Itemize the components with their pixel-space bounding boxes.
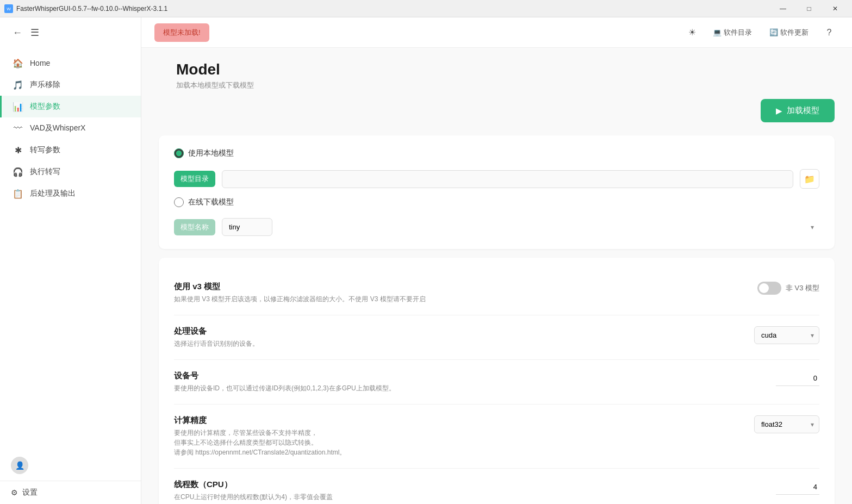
cpu-threads-title: 线程数（CPU） [174,480,754,490]
output-icon: 📋 [13,188,23,199]
model-dir-row: 模型目录 📁 [174,169,819,189]
v3-model-toggle[interactable] [757,282,781,295]
sidebar-settings-label: 设置 [22,488,38,497]
local-model-radio[interactable] [174,148,184,158]
local-model-label[interactable]: 使用本地模型 [188,148,234,158]
model-source-card: 使用本地模型 模型目录 📁 在线下载模型 [159,135,835,249]
device-id-param-row: 设备号 要使用的设备ID，也可以通过传递ID列表(例如0,1,2,3)在多GPU… [174,360,819,405]
model-dir-input[interactable] [222,170,793,188]
folder-icon: 📁 [804,174,815,184]
close-button[interactable]: ✕ [823,0,848,17]
model-dir-label: 模型目录 [174,171,215,187]
sidebar-item-label: 执行转写 [30,167,60,177]
device-desc: 选择运行语音识别别的设备。 [174,339,732,349]
sidebar-item-label: 声乐移除 [30,80,60,90]
device-id-title: 设备号 [174,371,754,381]
sidebar-item-transcribe-params[interactable]: ✱ 转写参数 [0,139,141,161]
device-info: 处理设备 选择运行语音识别别的设备。 [174,326,754,349]
v3-model-info: 使用 v3 模型 如果使用 V3 模型开启该选项，以修正梅尔滤波器组的大小。不使… [174,282,757,304]
model-status-button[interactable]: 模型未加载! [154,23,209,42]
page-subtitle: 加载本地模型或下载模型 [176,80,817,90]
load-model-section: ▶ 加载模型 [159,99,835,122]
compute-type-info: 计算精度 要使用的计算精度，尽管某些设备不支持半精度， 但事实上不论选择什么精度… [174,415,754,457]
back-button[interactable]: ← [9,24,26,41]
v3-model-control: 非 V3 模型 [757,282,819,295]
compute-type-select[interactable]: float32 float16 int8 int8_float16 int16 … [754,415,819,433]
model-name-row: 模型名称 tiny base small medium large large-… [174,218,819,236]
main-content: 模型未加载! ☀ 💻 软件目录 🔄 软件更新 ? [141,17,852,504]
maximize-button[interactable]: □ [797,0,822,17]
model-icon: 📊 [13,101,23,112]
online-model-label[interactable]: 在线下载模型 [188,197,234,207]
topbar: 模型未加载! ☀ 💻 软件目录 🔄 软件更新 ? [141,17,852,48]
cpu-threads-control [776,480,819,495]
topbar-right: ☀ 💻 软件目录 🔄 软件更新 ? [682,23,839,42]
compute-type-param-row: 计算精度 要使用的计算精度，尽管某些设备不支持半精度， 但事实上不论选择什么精度… [174,405,819,469]
device-id-input[interactable] [776,371,819,386]
play-icon: ▶ [776,106,782,116]
compute-type-title: 计算精度 [174,415,732,426]
theme-toggle-button[interactable]: ☀ [682,23,702,42]
online-model-radio[interactable] [174,197,184,207]
transcribe-params-icon: ✱ [13,145,23,155]
home-icon: 🏠 [13,58,23,69]
titlebar-left: W FasterWhisperGUI-0.5.7--fw-0.10.0--Whi… [4,4,167,13]
app-layout: ← ☰ 🏠 Home 🎵 声乐移除 📊 模型参数 〰 VAD及WhisperX … [0,17,852,504]
model-name-select[interactable]: tiny base small medium large large-v2 la… [222,218,272,236]
model-name-select-wrapper: tiny base small medium large large-v2 la… [222,218,819,236]
device-id-desc: 要使用的设备ID，也可以通过传递ID列表(例如0,1,2,3)在多GPU上加载模… [174,383,754,393]
v3-model-title: 使用 v3 模型 [174,282,736,292]
cpu-threads-param-row: 线程数（CPU） 在CPU上运行时使用的线程数(默认为4)，非零值会覆盖 [174,469,819,504]
compute-type-desc3: 请参阅 https://opennmt.net/CTranslate2/quan… [174,449,346,456]
sidebar-item-model-params[interactable]: 📊 模型参数 [0,96,141,117]
software-update-button[interactable]: 🔄 软件更新 [763,24,815,41]
software-dir-button[interactable]: 💻 软件目录 [706,24,758,41]
topbar-left: 模型未加载! [154,23,209,42]
sidebar-item-label: 后处理及输出 [30,189,76,198]
svg-text:W: W [7,7,11,11]
model-source: 使用本地模型 模型目录 📁 在线下载模型 [174,148,819,236]
sidebar-item-home[interactable]: 🏠 Home [0,52,141,74]
sidebar-item-run-transcribe[interactable]: 🎧 执行转写 [0,161,141,183]
settings-icon: ⚙ [11,488,18,497]
online-model-radio-row: 在线下载模型 [174,197,819,207]
sidebar-item-post-output[interactable]: 📋 后处理及输出 [0,183,141,204]
user-avatar-area: 👤 [0,450,141,481]
cpu-threads-info: 线程数（CPU） 在CPU上运行时使用的线程数(默认为4)，非零值会覆盖 [174,480,776,502]
v3-model-param-row: 使用 v3 模型 如果使用 V3 模型开启该选项，以修正梅尔滤波器组的大小。不使… [174,271,819,315]
load-model-label: 加载模型 [787,105,819,116]
params-card: 使用 v3 模型 如果使用 V3 模型开启该选项，以修正梅尔滤波器组的大小。不使… [159,258,835,504]
help-button[interactable]: ? [819,23,839,42]
software-dir-icon: 💻 [713,28,722,36]
device-select-wrapper: cuda cpu auto [754,326,819,344]
titlebar-controls: — □ ✕ [770,0,848,17]
app-icon: W [4,4,13,13]
load-model-button[interactable]: ▶ 加载模型 [761,99,835,122]
theme-icon: ☀ [688,27,696,38]
vocal-icon: 🎵 [13,79,23,90]
device-control: cuda cpu auto [754,326,819,344]
update-label: 软件更新 [780,28,809,38]
sidebar-nav: 🏠 Home 🎵 声乐移除 📊 模型参数 〰 VAD及WhisperX ✱ 转写… [0,48,141,450]
v3-toggle-label: 非 V3 模型 [786,283,819,293]
sidebar: ← ☰ 🏠 Home 🎵 声乐移除 📊 模型参数 〰 VAD及WhisperX … [0,17,141,504]
folder-browse-button[interactable]: 📁 [800,169,819,189]
avatar: 👤 [11,457,28,474]
compute-type-select-wrapper: float32 float16 int8 int8_float16 int16 … [754,415,819,433]
vad-icon: 〰 [13,123,23,134]
device-id-info: 设备号 要使用的设备ID，也可以通过传递ID列表(例如0,1,2,3)在多GPU… [174,371,776,393]
hamburger-icon[interactable]: ☰ [30,27,39,39]
v3-toggle-wrapper: 非 V3 模型 [757,282,819,295]
device-select[interactable]: cuda cpu auto [754,326,819,344]
compute-type-desc2: 但事实上不论选择什么精度类型都可以隐式转换。 [174,439,318,446]
update-icon: 🔄 [769,28,778,36]
cpu-threads-input[interactable] [776,480,819,495]
local-model-radio-row: 使用本地模型 [174,148,819,158]
sidebar-item-settings[interactable]: ⚙ 设置 [0,481,141,504]
sidebar-item-vad-whisperx[interactable]: 〰 VAD及WhisperX [0,117,141,139]
cpu-threads-desc: 在CPU上运行时使用的线程数(默认为4)，非零值会覆盖 [174,492,754,502]
minimize-button[interactable]: — [770,0,795,17]
sidebar-item-vocal-remove[interactable]: 🎵 声乐移除 [0,74,141,96]
v3-model-desc: 如果使用 V3 模型开启该选项，以修正梅尔滤波器组的大小。不使用 V3 模型请不… [174,294,736,304]
software-dir-label: 软件目录 [724,28,752,38]
